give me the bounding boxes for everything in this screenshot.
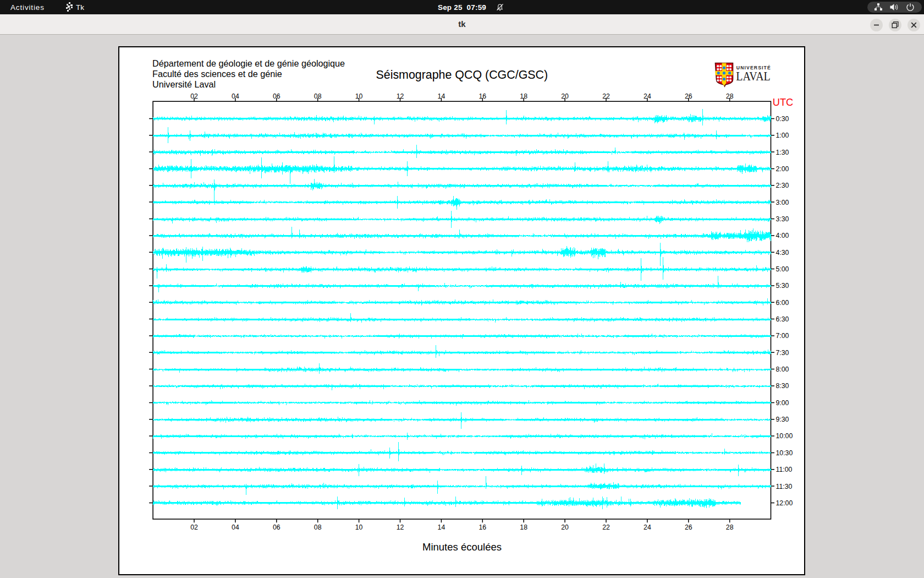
svg-text:LAVAL: LAVAL: [736, 69, 770, 84]
